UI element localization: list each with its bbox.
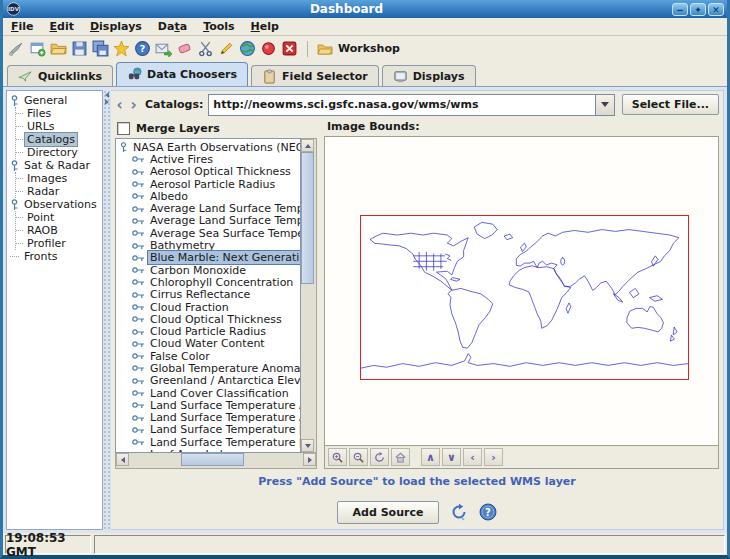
catalog-url-combobox[interactable]: http://neowms.sci.gsfc.nasa.gov/wms/wms <box>208 94 614 116</box>
sidebar-item-observations[interactable]: Observations <box>10 198 102 211</box>
help-icon[interactable]: ? <box>479 503 497 521</box>
remove-icon[interactable] <box>281 40 298 57</box>
tab-quicklinks[interactable]: Quicklinks <box>7 65 113 86</box>
sidebar-item-fronts[interactable]: Fronts <box>10 250 102 263</box>
pan-down-button[interactable]: ∨ <box>442 448 461 466</box>
edit-pencil-icon[interactable] <box>218 40 235 57</box>
tab-displays[interactable]: Displays <box>382 65 476 86</box>
catalog-url-value[interactable]: http://neowms.sci.gsfc.nasa.gov/wms/wms <box>209 95 594 115</box>
tab-data-choosers[interactable]: Data Choosers <box>116 62 248 86</box>
layer-item[interactable]: Cloud Particle Radius <box>119 325 300 337</box>
horizontal-scroll-track[interactable] <box>129 453 303 468</box>
expand-handle-icon[interactable] <box>119 142 128 153</box>
combobox-dropdown-button[interactable] <box>595 95 614 115</box>
idv-rocket-icon[interactable] <box>8 40 25 57</box>
select-file-button[interactable]: Select File... <box>622 94 719 115</box>
workshop-toolbar-group[interactable]: Workshop <box>317 41 400 57</box>
wms-root-node[interactable]: NASA Earth Observations (NEO) WMS <box>119 141 300 153</box>
layer-item[interactable]: Carbon Monoxide <box>119 264 300 276</box>
eraser-icon[interactable] <box>176 40 193 57</box>
sidebar-item-radar[interactable]: Radar <box>16 185 102 198</box>
layer-item[interactable]: Average Land Surface Temperatu <box>119 202 300 214</box>
scroll-left-button[interactable] <box>116 453 129 466</box>
sidebar-item-point[interactable]: Point <box>16 211 102 224</box>
layer-item[interactable]: Cloud Water Content <box>119 338 300 350</box>
collapse-right-icon[interactable] <box>105 99 109 105</box>
layer-item[interactable]: Average Sea Surface Temperatur <box>119 227 300 239</box>
sidebar-item-images[interactable]: Images <box>16 172 102 185</box>
pan-right-button[interactable]: › <box>484 448 503 466</box>
horizontal-scrollbar[interactable] <box>115 453 317 469</box>
layer-item[interactable]: Blue Marble: Next Generation <box>119 252 300 264</box>
layer-item[interactable]: Global Temperature Anomaly <box>119 362 300 374</box>
refresh-icon[interactable] <box>450 503 468 521</box>
pan-up-button[interactable]: ∧ <box>421 448 440 466</box>
maximize-button[interactable]: ✦ <box>690 3 706 16</box>
layer-item[interactable]: Land Surface Temperature Anom <box>119 412 300 424</box>
vertical-scrollbar[interactable] <box>301 138 317 453</box>
layer-item[interactable]: Land Surface Temperature Anom <box>119 399 300 411</box>
collapse-left-icon[interactable] <box>105 92 109 98</box>
help-circle-icon[interactable]: ? <box>134 40 151 57</box>
sidebar-item-directory[interactable]: Directory <box>16 146 102 159</box>
globe-icon[interactable] <box>239 40 256 57</box>
sidebar-item-general[interactable]: General <box>10 94 102 107</box>
menu-file[interactable]: File <box>11 20 34 33</box>
minimize-button[interactable]: − <box>672 3 688 16</box>
scroll-up-button[interactable] <box>301 139 314 152</box>
save-icon[interactable] <box>71 40 88 57</box>
layer-item[interactable]: Albedo <box>119 190 300 202</box>
sidebar-item-catalogs[interactable]: Catalogs <box>16 133 102 146</box>
vertical-scroll-thumb[interactable] <box>301 152 314 284</box>
sidebar-item-profiler[interactable]: Profiler <box>16 237 102 250</box>
layer-item[interactable]: Greenland / Antarctica Elevation <box>119 375 300 387</box>
layer-item[interactable]: Land Surface Temperature [Day] <box>119 424 300 436</box>
reset-view-button[interactable] <box>370 448 389 466</box>
vertical-scroll-track[interactable] <box>301 152 316 439</box>
tab-field-selector[interactable]: Field Selector <box>251 65 379 86</box>
layer-item[interactable]: Chlorophyll Concentration <box>119 276 300 288</box>
zoom-in-button[interactable] <box>328 448 347 466</box>
history-back-icon[interactable]: ‹ <box>115 98 124 112</box>
sidebar-item-urls[interactable]: URLs <box>16 120 102 133</box>
scroll-down-button[interactable] <box>301 439 314 452</box>
sidebar-item-raob[interactable]: RAOB <box>16 224 102 237</box>
sidebar-item-sat-radar[interactable]: Sat & Radar <box>10 159 102 172</box>
layer-item[interactable]: Aerosol Optical Thickness <box>119 166 300 178</box>
layer-item[interactable]: Cirrus Reflectance <box>119 289 300 301</box>
layer-item[interactable]: False Color <box>119 350 300 362</box>
support-mail-icon[interactable] <box>155 40 172 57</box>
menu-tools[interactable]: Tools <box>203 20 234 33</box>
layer-item[interactable]: Bathymetry <box>119 239 300 251</box>
new-window-icon[interactable] <box>29 40 46 57</box>
favorite-star-icon[interactable] <box>113 40 130 57</box>
layer-item[interactable]: Active Fires <box>119 153 300 165</box>
record-icon[interactable] <box>260 40 277 57</box>
layer-item[interactable]: Cloud Fraction <box>119 301 300 313</box>
layer-item[interactable]: Average Land Surface Temperatu <box>119 215 300 227</box>
menu-edit[interactable]: Edit <box>50 20 74 33</box>
horizontal-scroll-thumb[interactable] <box>181 453 244 466</box>
menu-displays[interactable]: Displays <box>90 20 142 33</box>
expand-handle-icon[interactable] <box>10 95 19 107</box>
title-bar[interactable]: IDV Dashboard − ✦ ✕ <box>3 0 727 18</box>
world-map-preview[interactable] <box>360 215 689 380</box>
divider-collapse-arrows[interactable] <box>103 92 111 105</box>
zoom-out-button[interactable] <box>349 448 368 466</box>
add-source-button[interactable]: Add Source <box>337 501 440 524</box>
sidebar-item-files[interactable]: Files <box>16 107 102 120</box>
merge-layers-checkbox[interactable] <box>117 122 130 135</box>
layer-item[interactable]: Aerosol Particle Radius <box>119 178 300 190</box>
image-bounds-canvas[interactable] <box>324 136 719 446</box>
menu-help[interactable]: Help <box>251 20 279 33</box>
layer-item[interactable]: Cloud Optical Thickness <box>119 313 300 325</box>
open-folder-icon[interactable] <box>50 40 67 57</box>
expand-handle-icon[interactable] <box>10 199 19 211</box>
splitpane-divider[interactable] <box>103 90 111 530</box>
home-button[interactable] <box>391 448 410 466</box>
save-favorite-icon[interactable] <box>92 40 109 57</box>
pan-left-button[interactable]: ‹ <box>463 448 482 466</box>
menu-data[interactable]: Data <box>158 20 187 33</box>
expand-handle-icon[interactable] <box>10 160 19 172</box>
layer-item[interactable]: Land Surface Temperature [Night <box>119 436 300 448</box>
